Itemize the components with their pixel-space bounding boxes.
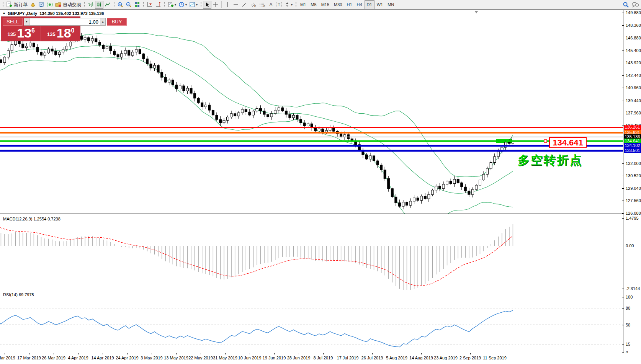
toolbar-grip[interactable]: [295, 1, 297, 8]
equidistant-channel-button[interactable]: E: [249, 1, 258, 9]
cursor-button[interactable]: [203, 1, 211, 9]
buy-price-prefix: 135: [47, 31, 56, 37]
rsi-indicator-label: RSI(14) 69.7975: [3, 292, 34, 297]
sell-price-prefix: 135: [8, 31, 16, 37]
chat-button[interactable]: [630, 1, 640, 9]
new-order-button[interactable]: 新订单: [5, 1, 29, 9]
date-label: 13 May 2019: [164, 356, 188, 360]
templates-button[interactable]: ▾: [188, 1, 199, 9]
sell-button[interactable]: SELL: [3, 18, 23, 26]
toolbar-separator: [221, 1, 222, 8]
timeframe-d1-button[interactable]: D1: [365, 0, 374, 9]
horizontal-line-button[interactable]: [232, 1, 240, 9]
date-tick: [5, 353, 5, 354]
timeframe-m15-button[interactable]: M15: [319, 0, 332, 9]
periods-button[interactable]: ▾: [177, 1, 188, 9]
trendline-button[interactable]: [240, 1, 249, 9]
toolbar-grip[interactable]: [113, 1, 115, 8]
date-tick: [495, 353, 495, 354]
sell-price[interactable]: 135 13 6: [1, 26, 41, 41]
buy-button[interactable]: BUY: [107, 18, 127, 26]
shapes-button[interactable]: ▾: [283, 1, 294, 9]
dropdown-caret-icon: ▾: [175, 3, 176, 7]
rsi-pane[interactable]: [0, 291, 623, 353]
date-label: 4 Apr 2019: [68, 356, 88, 360]
timeframe-m30-button[interactable]: M30: [332, 0, 344, 9]
timeframe-h4-button[interactable]: H4: [355, 0, 365, 9]
volume-input[interactable]: [29, 18, 100, 26]
axis-tick-label: 139.440: [623, 98, 641, 103]
collapse-panel-icon[interactable]: ▲: [2, 11, 6, 15]
chart-shift-icon: [155, 2, 161, 8]
buy-price-big: 18: [57, 27, 71, 39]
auto-scroll-button[interactable]: [146, 1, 154, 9]
templates-icon: [189, 2, 195, 8]
buy-price-pip: 0: [71, 27, 75, 34]
date-axis[interactable]: 7 Mar 201917 Mar 201926 Mar 20194 Apr 20…: [0, 353, 641, 364]
axis-tick-label: 1.4795: [623, 215, 641, 221]
toolbar-grip[interactable]: [164, 1, 165, 8]
vertical-line-icon: [224, 2, 231, 8]
axis-tick-label: 50: [623, 322, 641, 328]
macd-pane[interactable]: [0, 215, 623, 290]
turning-point-annotation[interactable]: 多空转折点: [518, 152, 583, 168]
fibonacci-button[interactable]: F: [258, 1, 267, 9]
buy-price[interactable]: 135 18 0: [41, 26, 80, 41]
toolbar-grip[interactable]: [142, 1, 144, 8]
price-level-annotation[interactable]: 134.641: [549, 137, 587, 148]
timeframe-w1-button[interactable]: W1: [374, 0, 386, 9]
date-label: 28 Jun 2019: [287, 356, 311, 360]
volume-down-button[interactable]: ▼: [24, 18, 29, 26]
crosshair-button[interactable]: [211, 1, 220, 9]
profiles-button[interactable]: [29, 1, 37, 9]
timeframe-mn-button[interactable]: MN: [385, 0, 396, 9]
date-label: 24 Apr 2019: [116, 356, 138, 360]
main-chart-pane[interactable]: [0, 10, 623, 214]
one-click-trading-panel: SELL ▼ ▲ BUY 135 13 6 135 18 0: [1, 17, 80, 41]
date-tick: [152, 353, 152, 354]
bar-chart-button[interactable]: [87, 1, 95, 9]
chart-ohlc-values: 134.350 135.402 133.973 135.136: [39, 11, 104, 16]
date-label: 3 May 2019: [141, 356, 162, 360]
date-label: 17 Jul 2019: [337, 356, 359, 360]
text-label-button[interactable]: T: [275, 1, 283, 9]
line-chart-button[interactable]: [103, 1, 112, 9]
vertical-line-button[interactable]: [223, 1, 232, 9]
axis-tick-label: 126.080: [623, 211, 641, 216]
date-label: 26 Mar 2019: [42, 356, 65, 360]
market-watch-button[interactable]: [37, 1, 46, 9]
date-tick: [29, 353, 29, 354]
axis-tick-label: 142.440: [623, 73, 641, 78]
zoom-in-button[interactable]: [116, 1, 124, 9]
tile-windows-button[interactable]: [133, 1, 141, 9]
date-label: 11 Sep 2019: [483, 356, 507, 360]
text-button[interactable]: A: [267, 1, 275, 9]
axis-tick-label: 149.880: [623, 10, 641, 15]
timeframe-m1-button[interactable]: M1: [298, 0, 308, 9]
periods-clock-icon: [178, 2, 185, 8]
auto-trading-button[interactable]: 自动交易: [54, 1, 82, 9]
axis-tick-label: 140.960: [623, 85, 641, 90]
zoom-out-button[interactable]: [124, 1, 133, 9]
auto-trading-icon: [55, 2, 61, 8]
timeframe-h1-button[interactable]: H1: [344, 0, 354, 9]
price-axis[interactable]: 149.880148.360146.880145.400143.920142.4…: [623, 10, 641, 353]
sell-price-big: 13: [17, 27, 31, 39]
chart-shift-button[interactable]: [154, 1, 162, 9]
toolbar-grip[interactable]: [2, 1, 4, 8]
candlestick-chart-icon: [96, 2, 102, 8]
candlestick-chart-button[interactable]: [95, 1, 103, 9]
date-tick: [127, 353, 128, 354]
date-label: 8 Jul 2019: [314, 356, 333, 360]
toolbar-grip[interactable]: [83, 1, 85, 8]
volume-up-button[interactable]: ▲: [100, 18, 106, 26]
toolbar-grip[interactable]: [200, 1, 202, 8]
main-toolbar: 新订单 自动交易 ▾ ▾ ▾ E F A T ▾ M1 M5 M15 M30 H…: [0, 0, 641, 10]
axis-tick-label: 129.040: [623, 186, 641, 191]
signals-button[interactable]: [46, 1, 54, 9]
timeframe-m5-button[interactable]: M5: [308, 0, 319, 9]
search-button[interactable]: [621, 1, 630, 9]
date-tick: [299, 353, 299, 354]
axis-tick-label: 127.560: [623, 198, 641, 203]
indicators-button[interactable]: ▾: [167, 1, 177, 9]
